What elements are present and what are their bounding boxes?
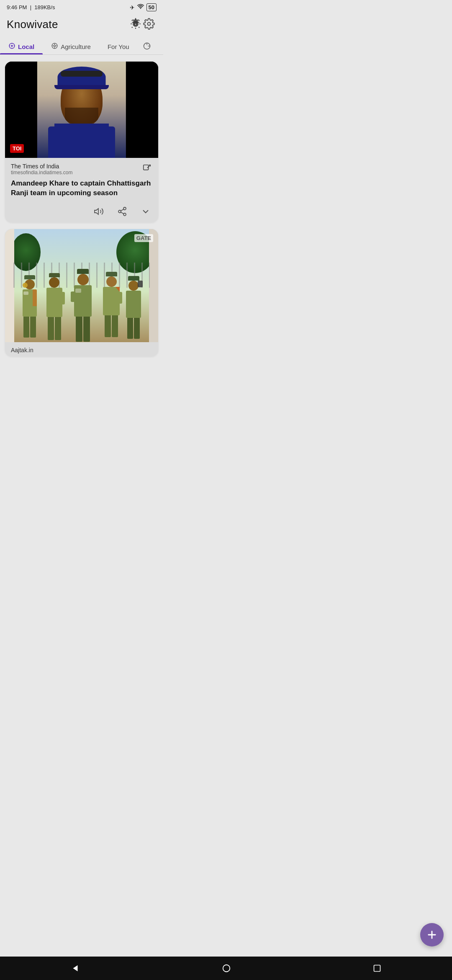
card-1-audio-button[interactable] xyxy=(92,205,105,218)
chevron-down-icon xyxy=(141,206,151,217)
gear-icon xyxy=(130,18,141,30)
app-header: Knowivate xyxy=(0,13,163,38)
card-1-body: The Times of India timesofindia.indiatim… xyxy=(5,158,158,222)
svg-point-10 xyxy=(54,45,56,46)
status-time: 9:46 PM | 189KB/s xyxy=(7,4,55,10)
toi-badge: TOI xyxy=(10,144,24,153)
tab-local-label: Local xyxy=(18,43,34,50)
wifi-icon xyxy=(137,4,144,11)
settings-button[interactable] xyxy=(128,16,157,33)
tab-local[interactable]: Local xyxy=(0,38,43,54)
svg-line-24 xyxy=(121,209,124,211)
svg-point-20 xyxy=(123,207,126,210)
svg-point-2 xyxy=(148,23,151,26)
card-2-source-name: Aajtak.in xyxy=(11,347,33,353)
tab-more-button[interactable] xyxy=(138,38,156,54)
news-card-2: GATE xyxy=(5,229,158,356)
card-1-source-row: The Times of India timesofindia.indiatim… xyxy=(11,163,152,175)
card-1-actions xyxy=(11,203,152,218)
gate-text: GATE xyxy=(134,234,153,242)
tabs-container: Local Agriculture For You xyxy=(0,38,163,55)
svg-point-21 xyxy=(118,210,121,213)
share-icon xyxy=(117,206,127,217)
external-link-icon xyxy=(142,164,152,173)
card-1-image: TOI xyxy=(5,62,158,158)
status-icons: ✈ 50 xyxy=(130,3,157,11)
tab-for-you[interactable]: For You xyxy=(99,39,138,54)
card-1-source-name: The Times of India xyxy=(11,163,72,170)
airplane-icon: ✈ xyxy=(130,4,135,11)
svg-marker-19 xyxy=(95,209,98,214)
tab-agriculture[interactable]: Agriculture xyxy=(43,38,99,54)
tab-agriculture-label: Agriculture xyxy=(61,43,91,50)
card-2-body: Aajtak.in xyxy=(5,342,158,356)
card-1-external-link-button[interactable] xyxy=(141,163,152,175)
agriculture-icon xyxy=(51,42,58,51)
app-title: Knowivate xyxy=(7,18,58,31)
card-1-headline: Amandeep Khare to captain Chhattisgarh R… xyxy=(11,179,152,198)
svg-point-22 xyxy=(123,213,126,216)
card-1-expand-button[interactable] xyxy=(139,205,152,218)
card-2-image: GATE xyxy=(5,229,158,342)
svg-point-4 xyxy=(11,45,13,46)
card-1-source-url: timesofindia.indiatimes.com xyxy=(11,170,72,175)
tab-for-you-label: For You xyxy=(108,43,129,50)
status-bar: 9:46 PM | 189KB/s ✈ 50 xyxy=(0,0,163,13)
chevron-right-icon xyxy=(143,42,151,50)
gear-icon-svg xyxy=(143,18,155,30)
svg-line-23 xyxy=(121,212,124,214)
audio-icon xyxy=(94,206,104,217)
content-area: TOI The Times of India timesofindia.indi… xyxy=(0,55,163,370)
news-card-1: TOI The Times of India timesofindia.indi… xyxy=(5,62,158,222)
card-1-source-info: The Times of India timesofindia.indiatim… xyxy=(11,163,72,175)
card-1-share-button[interactable] xyxy=(116,205,129,218)
battery-icon: 50 xyxy=(146,3,157,11)
local-icon xyxy=(8,42,15,51)
